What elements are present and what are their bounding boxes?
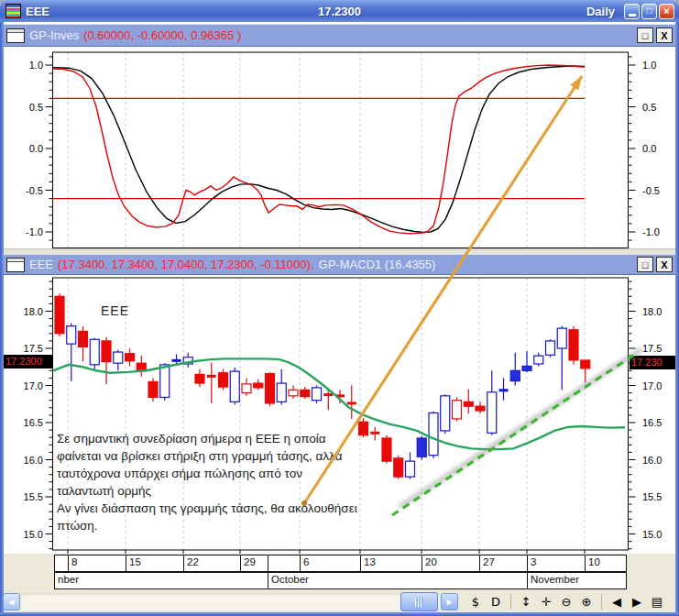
chart-tools: $D↕✛⊖⊕◀▶▤ <box>465 592 667 611</box>
scroll-left-button[interactable]: ◄ <box>3 593 20 610</box>
candle[interactable] <box>581 360 590 382</box>
candle[interactable] <box>195 369 204 387</box>
panel1-close-button[interactable]: X <box>656 28 673 43</box>
panel2-close-button[interactable]: X <box>656 257 673 272</box>
candle[interactable] <box>254 380 263 390</box>
close-icon: × <box>663 6 669 16</box>
candle[interactable] <box>441 394 450 434</box>
window-border-bottom[interactable] <box>0 612 679 616</box>
y-axis-label-left: 0.5 <box>29 102 43 113</box>
candle[interactable] <box>277 369 286 405</box>
month-cell: October <box>268 572 528 589</box>
candle[interactable] <box>301 387 310 399</box>
quote-list-icon[interactable]: ▤ <box>647 595 667 609</box>
scroll-track[interactable] <box>20 593 441 610</box>
y-axis-label-left: 1.0 <box>29 60 43 71</box>
candle[interactable] <box>230 368 239 405</box>
maximize-icon: □ <box>646 6 652 16</box>
y-axis-label-right: 1.0 <box>642 60 656 71</box>
candle[interactable] <box>347 386 356 419</box>
price-label-right: 18.0 <box>642 306 662 317</box>
price-label-left: 16.5 <box>24 417 43 428</box>
window-border-left[interactable] <box>0 22 4 616</box>
window-center-value: 17.2300 <box>0 5 679 18</box>
candle[interactable] <box>453 397 462 421</box>
candle[interactable] <box>137 356 146 377</box>
panel2-indicator-label: GP-MACD1 (16.4355) <box>319 258 436 271</box>
app-window: EEE 17.2300 Daily □ × GP-Inves (0.60000,… <box>0 0 679 616</box>
panel2-maximize-button[interactable]: □ <box>637 257 653 272</box>
candle[interactable] <box>183 353 192 368</box>
maximize-button[interactable]: □ <box>641 4 657 19</box>
window-title: EEE <box>26 5 49 18</box>
candle[interactable] <box>476 402 485 413</box>
candle[interactable] <box>546 339 555 357</box>
price-label-right: 17.0 <box>642 380 662 391</box>
week-cell: 10 <box>585 555 627 572</box>
window-titlebar[interactable]: EEE 17.2300 Daily □ × <box>0 0 679 22</box>
month-cell: November <box>527 572 627 589</box>
next-chart-icon[interactable]: ▶ <box>627 595 647 609</box>
toolbar-separator <box>601 594 602 610</box>
panel1-maximize-button[interactable]: □ <box>637 28 653 43</box>
price-label-left: 15.5 <box>24 491 43 502</box>
candle[interactable] <box>312 386 322 403</box>
oscillator-chart[interactable]: 1.01.00.50.50.00.0-0.5-0.5-1.0-1.0 <box>0 44 679 251</box>
last-price-tag-left: 17.2300 <box>4 355 52 368</box>
scroll-thumb[interactable] <box>400 592 438 611</box>
week-cell: 15 <box>126 555 184 572</box>
last-price-tag-right: 17.230 <box>630 356 676 369</box>
panel2-values: (17.3400, 17.3400, 17.0400, 17.2300, -0.… <box>58 258 314 271</box>
candle[interactable] <box>242 378 251 395</box>
panel1-values: (0.60000, -0.60000, 0.96365 ) <box>83 28 241 42</box>
minimize-icon <box>629 14 636 16</box>
panel2-title: EEE <box>29 258 53 271</box>
month-cell: nber <box>54 572 268 589</box>
y-axis-label-right: -0.5 <box>642 185 660 196</box>
chart-symbol-label: EEE <box>101 303 129 318</box>
week-cell: 13 <box>360 555 422 572</box>
candle[interactable] <box>510 353 520 386</box>
pan-crosshair-icon[interactable]: ✛ <box>536 595 556 609</box>
close-button[interactable]: × <box>659 4 674 19</box>
chart-annotation: Σε σημαντική συνεδρίαση σήμερα η ΕΕΕ η ο… <box>57 430 451 534</box>
window-border-right[interactable] <box>675 22 679 616</box>
zoom-in-icon[interactable]: ⊕ <box>576 595 597 609</box>
candle[interactable] <box>160 363 170 401</box>
y-axis-label-right: 0.0 <box>642 143 656 154</box>
candle[interactable] <box>569 326 578 365</box>
price-label-left: 18.0 <box>24 306 43 317</box>
candle[interactable] <box>90 338 99 371</box>
zoom-out-icon[interactable]: ⊖ <box>556 595 576 609</box>
candle[interactable] <box>289 386 298 400</box>
week-cell: 3 <box>527 555 586 572</box>
candle[interactable] <box>207 362 216 403</box>
price-label-right: 17.5 <box>642 343 662 354</box>
candle[interactable] <box>534 353 543 367</box>
candle[interactable] <box>114 350 123 371</box>
candle[interactable] <box>266 372 275 406</box>
daily-periodicity-icon[interactable]: D <box>486 595 506 609</box>
panel-window-icon <box>6 258 25 272</box>
candle[interactable] <box>487 370 497 434</box>
week-cell <box>54 555 69 572</box>
candle[interactable] <box>55 293 64 336</box>
scroll-right-button[interactable]: ► <box>441 593 458 610</box>
price-label-left: 15.0 <box>24 529 43 540</box>
candle[interactable] <box>148 378 158 402</box>
vertical-scale-icon[interactable]: ↕ <box>516 595 536 609</box>
candle[interactable] <box>522 351 531 372</box>
price-label-left: 16.0 <box>24 455 43 466</box>
candle[interactable] <box>102 337 111 384</box>
candle[interactable] <box>219 369 228 390</box>
adjust-dollar-icon[interactable]: $ <box>465 595 486 609</box>
candle[interactable] <box>464 390 473 414</box>
candle[interactable] <box>126 348 135 366</box>
minimize-button[interactable] <box>624 4 640 19</box>
candle[interactable] <box>79 326 88 362</box>
price-label-right: 15.0 <box>642 529 662 540</box>
prev-chart-icon[interactable]: ◀ <box>607 595 627 609</box>
price-label-right: 16.5 <box>642 417 662 428</box>
candle[interactable] <box>499 378 509 400</box>
candle[interactable] <box>557 326 566 390</box>
